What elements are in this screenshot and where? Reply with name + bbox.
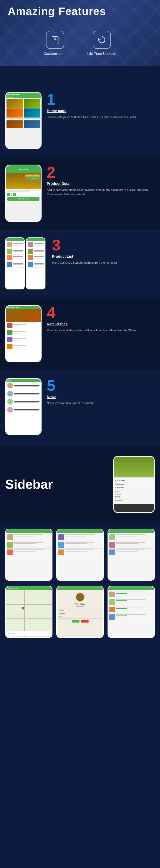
bp-img-2c: [58, 550, 64, 555]
stars-4: ★★★★☆: [13, 346, 26, 348]
bp-bar-3: [108, 529, 154, 533]
stars-1: ★★★★☆: [13, 325, 26, 327]
feature-row-1: Featured Produ... Categories: [0, 84, 160, 157]
rate-item-3: ★★★☆☆: [6, 336, 41, 343]
feature-name-2: Product Detail: [47, 182, 155, 186]
feature-name-4: Rate Dishes: [47, 322, 155, 326]
map-content: Bangalore: [6, 590, 52, 637]
sidebar-item-news: News: [115, 495, 153, 499]
bp2-item-c: [109, 606, 154, 613]
rate-info-4: ★★★★☆: [13, 345, 26, 348]
bpl-4: [13, 543, 36, 544]
lifetime-updates-icon: [97, 35, 107, 45]
bp-text-3b: [116, 542, 153, 548]
bpl-10: [65, 543, 87, 544]
svg-point-2: [55, 37, 56, 38]
sidebar-item-restaurants: Restaurants: [115, 479, 153, 483]
ps-img-b1: [28, 242, 33, 247]
bp2-text-a: [116, 592, 153, 597]
pd-add-to-cart-btn[interactable]: ADD TO CART: [7, 197, 39, 201]
ml-9: [34, 243, 44, 244]
map-pin-head: [21, 606, 25, 610]
ps-item-a3: [6, 255, 24, 261]
phone-small-3b: [26, 238, 45, 289]
map-search-bar: Bangalore: [7, 631, 51, 636]
bp2l-2: [116, 599, 146, 600]
feature-row-2: Restaurant ADD EXTRA CHOICE SIZE AND PRI…: [0, 157, 160, 229]
ps-content-a: [6, 241, 24, 268]
rate-item-4: ★★★★☆: [6, 343, 41, 350]
pd-minus-btn[interactable]: -: [7, 193, 10, 196]
bp-text-1a: [13, 534, 51, 540]
news-line-1a: [14, 385, 39, 385]
ps-img-a4: [7, 261, 12, 267]
news-text-2: [14, 393, 39, 395]
news-text-3: [14, 401, 39, 403]
map-pin: [22, 607, 24, 610]
bp2-phone-menulist: [107, 586, 155, 638]
sidebar-title: Sidebar: [5, 477, 105, 492]
pd-row-1: [7, 190, 39, 191]
ml-6: [13, 258, 23, 258]
rate-line-1: [13, 324, 26, 325]
feature-row-5: News: [0, 370, 160, 443]
news-line-4b: [14, 410, 39, 411]
pd-header-text: Restaurant: [19, 168, 28, 170]
sidebar-section: Sidebar Restaurants Categories Favourite…: [0, 445, 160, 523]
rate-main-img: [6, 309, 41, 322]
bp-text-3a: [116, 534, 153, 540]
news-text-1: [14, 385, 39, 387]
bp-img-1b: [7, 542, 13, 548]
ps-img-b3: [28, 255, 33, 260]
bp-text-2a: [65, 534, 102, 540]
bp2-img-a: [109, 592, 115, 597]
bp2-btn-no[interactable]: [81, 620, 89, 622]
pd-btn-size: SIZE AND PRICES: [27, 177, 40, 180]
pd-minus-icon: -: [8, 194, 9, 196]
map-road-h: [6, 604, 52, 605]
bp2-text-c: [116, 607, 153, 612]
rate-info-1: ★★★★☆: [13, 324, 26, 327]
ml-11: [34, 250, 44, 251]
news-status-bar: News: [6, 379, 41, 382]
header-shape: [0, 66, 160, 82]
ml-5: [13, 256, 23, 257]
bpl-15: [116, 542, 146, 543]
ps-item-b1: [27, 242, 44, 248]
bp2-item-a: [109, 591, 154, 598]
sidebar-price-1: $12.00: [115, 493, 153, 495]
bp-phone-discover: [56, 529, 104, 581]
img-cell-4: [24, 108, 40, 118]
feature-desc-5: News list related to food & restaurant: [47, 401, 155, 405]
rate-status-bar: Restaurant App: [6, 306, 41, 309]
news-item-3: [6, 398, 41, 406]
pd-plus-btn[interactable]: +: [13, 193, 16, 196]
bp-item-1c: [6, 549, 51, 556]
bp2l-4: [116, 614, 146, 615]
bp2-profile-sub: Languages: [76, 606, 84, 607]
bp2-profile-content: Your Name Languages Profile Settings Hel…: [57, 590, 103, 638]
rate-list: ★★★★☆ ★★★★★ ★★★☆☆: [6, 322, 41, 362]
divider-1: [6, 119, 41, 119]
bpl-1: [13, 534, 43, 535]
news-avatar-4: [7, 407, 13, 413]
sidebar-item-rate: Rate: [115, 490, 153, 493]
news-item-4: [6, 406, 41, 414]
sidebar-menu: Restaurants Categories Favourites Rate $…: [114, 477, 154, 504]
bp2-avatar: [75, 593, 85, 602]
phone-screen-5: News: [6, 379, 41, 434]
bp2-btn-yes[interactable]: [72, 620, 79, 622]
ps-text-b2: [34, 250, 44, 252]
feature-desc-4: Rate Dishes and step aside or Filter out…: [47, 328, 155, 333]
bpl-9: [65, 542, 94, 543]
ps-text-b1: [34, 243, 44, 246]
customisation-label: Customisation: [43, 52, 66, 56]
bp-item-3b: [109, 541, 154, 549]
feature-info-3: 3 Product List Menu Items list, Search A…: [52, 238, 155, 265]
img-cell-3: [6, 108, 23, 118]
news-line-1b: [14, 386, 39, 387]
phone-content-1: Categories: [6, 96, 41, 148]
bpl-14: [116, 536, 138, 536]
bpl-8: [65, 536, 87, 536]
img-cell-5: [6, 120, 23, 128]
